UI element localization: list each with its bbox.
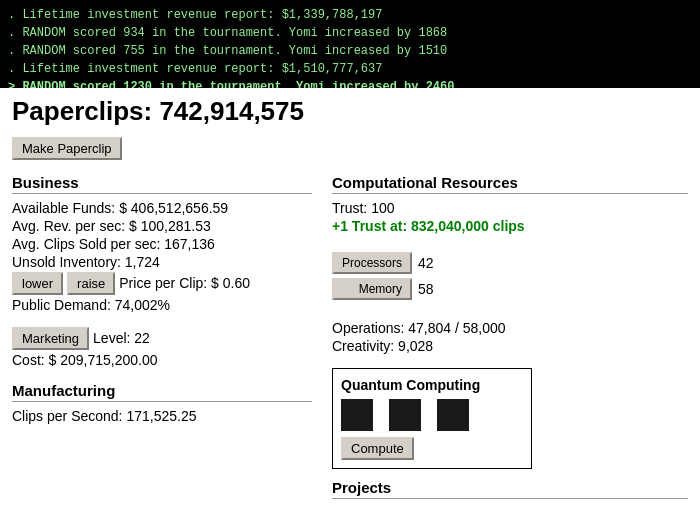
computational-section-title: Computational Resources — [332, 174, 688, 194]
marketing-button[interactable]: Marketing — [12, 327, 89, 350]
marketing-cost: Cost: $ 209,715,200.00 — [12, 352, 312, 368]
processors-value: 42 — [418, 255, 434, 271]
business-section-title: Business — [12, 174, 312, 194]
manufacturing-section-title: Manufacturing — [12, 382, 312, 402]
memory-value: 58 — [418, 281, 434, 297]
memory-button[interactable]: Memory — [332, 278, 412, 300]
page-title: Paperclips: 742,914,575 — [12, 96, 688, 127]
quantum-blocks — [341, 399, 523, 431]
public-demand: Public Demand: 74,002% — [12, 297, 312, 313]
operations: Operations: 47,804 / 58,000 — [332, 320, 688, 336]
lower-price-button[interactable]: lower — [12, 272, 63, 295]
quantum-block-2 — [389, 399, 421, 431]
terminal-output: . Lifetime investment revenue report: $1… — [0, 0, 700, 88]
trust-plus: +1 Trust at: 832,040,000 clips — [332, 218, 688, 234]
compute-button[interactable]: Compute — [341, 437, 414, 460]
quantum-title: Quantum Computing — [341, 377, 523, 393]
trust-label: Trust: 100 — [332, 200, 688, 216]
unsold-inventory: Unsold Inventory: 1,724 — [12, 254, 312, 270]
avg-clips-sold: Avg. Clips Sold per sec: 167,136 — [12, 236, 312, 252]
price-per-clip: Price per Clip: $ 0.60 — [119, 275, 250, 291]
quantum-block-3 — [437, 399, 469, 431]
clips-per-second: Clips per Second: 171,525.25 — [12, 408, 312, 424]
raise-price-button[interactable]: raise — [67, 272, 115, 295]
available-funds: Available Funds: $ 406,512,656.59 — [12, 200, 312, 216]
marketing-level: Level: 22 — [93, 330, 150, 346]
quantum-computing-box: Quantum Computing Compute — [332, 368, 532, 469]
avg-rev: Avg. Rev. per sec: $ 100,281.53 — [12, 218, 312, 234]
projects-section-title: Projects — [332, 479, 688, 499]
quantum-block-1 — [341, 399, 373, 431]
processors-button[interactable]: Processors — [332, 252, 412, 274]
creativity: Creativity: 9,028 — [332, 338, 688, 354]
make-paperclip-button[interactable]: Make Paperclip — [12, 137, 122, 160]
